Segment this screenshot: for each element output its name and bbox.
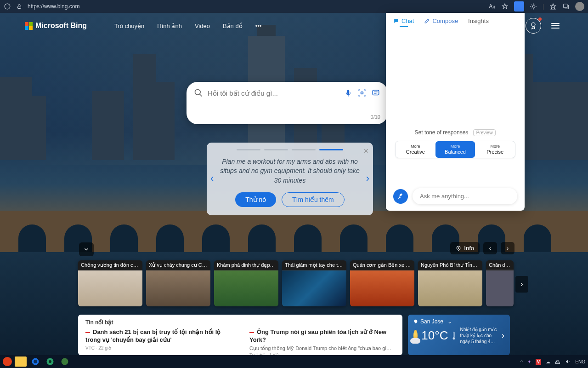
extensions-icon[interactable] — [530, 3, 537, 10]
svg-point-0 — [5, 4, 10, 9]
svg-point-5 — [531, 23, 535, 26]
thermometer-icon — [452, 331, 456, 340]
svg-rect-10 — [373, 90, 379, 95]
weather-next-icon[interactable]: › — [502, 331, 504, 340]
svg-rect-8 — [347, 90, 350, 94]
read-aloud-icon[interactable]: A)) — [488, 3, 496, 10]
search-counter: 0/10 — [194, 114, 380, 120]
nav-more-icon[interactable]: ••• — [255, 23, 262, 29]
chat-icon[interactable] — [371, 88, 380, 98]
carousel-card[interactable]: Xử vụ cháy chung cư Carin… — [146, 260, 210, 306]
learn-more-button[interactable]: Tìm hiểu thêm — [282, 192, 345, 207]
profile-icon[interactable] — [575, 2, 584, 11]
hamburger-menu[interactable] — [548, 18, 563, 34]
prompt-prev-icon[interactable]: ‹ — [210, 172, 214, 184]
svg-rect-21 — [556, 362, 560, 364]
home-icon[interactable] — [4, 3, 11, 10]
image-search-icon[interactable] — [357, 88, 367, 98]
svg-rect-1 — [18, 6, 21, 9]
mic-icon[interactable] — [344, 88, 353, 98]
carousel-card[interactable]: Chân dung — [486, 260, 514, 306]
search-icon — [194, 88, 203, 98]
svg-rect-4 — [564, 4, 567, 8]
svg-point-20 — [62, 358, 68, 365]
weather-icon — [413, 330, 418, 342]
nav-chat[interactable]: Trò chuyện — [114, 23, 144, 29]
info-prev-icon[interactable]: ‹ — [483, 242, 497, 254]
tray-language[interactable]: ENG — [575, 359, 585, 364]
carousel-card[interactable]: Thái giám một tay che trời,… — [282, 260, 346, 306]
tray-chevron-icon[interactable]: ^ — [520, 359, 523, 364]
headlines-block: Tin nổi bật Danh sách 21 bị can bị truy … — [78, 315, 402, 355]
carousel-next-icon[interactable]: › — [515, 276, 528, 293]
prompt-text: Plan me a workout for my arms and abs wi… — [215, 157, 365, 185]
tone-label: Set tone of responses — [415, 129, 469, 136]
prompt-next-icon[interactable]: › — [366, 172, 369, 184]
weather-widget[interactable]: San Jose⌄ 10°C Nhiệt độ gần mức thấp kỷ … — [408, 315, 510, 355]
carousel-card[interactable]: Chồng vương tin đồn cặp '… — [78, 260, 142, 306]
nav-maps[interactable]: Bản đồ — [223, 23, 243, 29]
collections-icon[interactable] — [562, 3, 570, 10]
svg-point-2 — [532, 6, 534, 7]
lock-icon — [16, 3, 23, 10]
brand-text: Microsoft Bing — [35, 22, 87, 30]
favorite-icon[interactable] — [501, 3, 509, 10]
tray-icon[interactable]: ✦ — [527, 359, 531, 364]
tone-balanced[interactable]: MoreBalanced — [435, 141, 475, 158]
url-text[interactable]: https://www.bing.com — [28, 3, 484, 10]
expand-down-icon[interactable] — [79, 242, 94, 256]
new-topic-icon[interactable] — [393, 189, 408, 204]
prompt-suggestion-card: × ‹ › Plan me a workout for my arms and … — [207, 143, 373, 215]
svg-line-7 — [200, 94, 202, 97]
close-icon[interactable]: × — [363, 146, 368, 156]
taskbar-app[interactable] — [59, 356, 71, 367]
tab-chat[interactable]: Chat — [393, 17, 414, 24]
tray-cloud-icon[interactable]: ☁ — [546, 359, 550, 364]
svg-point-13 — [458, 247, 459, 248]
tab-compose[interactable]: Compose — [424, 17, 458, 24]
carousel-card[interactable]: Nguyên Phó Bí thư Tỉnh đo… — [418, 260, 482, 306]
headlines-heading: Tin nổi bật — [85, 319, 395, 326]
browser-address-bar: https://www.bing.com A)) | — [0, 0, 588, 13]
tray-icon[interactable]: V — [536, 359, 542, 365]
tone-precise[interactable]: MorePrecise — [475, 141, 515, 158]
try-it-button[interactable]: Thử nó — [235, 192, 276, 207]
bing-chat-icon[interactable] — [514, 1, 524, 12]
rewards-button[interactable] — [526, 18, 541, 34]
taskbar-app[interactable] — [15, 356, 27, 367]
favorites-bar-icon[interactable] — [549, 3, 557, 10]
carousel-card[interactable]: Quán cơm gần Bến xe Miề… — [350, 260, 414, 306]
bing-logo[interactable]: Microsoft Bing — [25, 22, 87, 30]
search-box: 0/10 — [187, 82, 388, 124]
svg-point-19 — [49, 360, 51, 363]
svg-point-6 — [195, 90, 201, 95]
tray-volume-icon[interactable] — [565, 359, 571, 364]
tone-creative[interactable]: MoreCreative — [396, 141, 435, 158]
prompt-progress — [215, 149, 365, 150]
chat-sidebar: Chat Compose Insights Set tone of respon… — [386, 13, 525, 211]
chat-input[interactable] — [413, 188, 517, 204]
nav-images[interactable]: Hình ảnh — [157, 23, 182, 29]
svg-point-17 — [34, 360, 37, 363]
taskbar-app[interactable] — [44, 356, 56, 367]
windows-taskbar: ^ ✦ V ☁ ENG — [0, 355, 588, 368]
chevron-down-icon[interactable]: ⌄ — [447, 318, 452, 325]
taskbar-app[interactable] — [3, 357, 12, 366]
svg-point-9 — [361, 92, 363, 94]
carousel-card[interactable]: Khám phá dinh thự đẹp nổ… — [214, 260, 278, 306]
nav-video[interactable]: Video — [195, 23, 210, 29]
headline-item[interactable]: Danh sách 21 bị can bị truy tố tội nhận … — [85, 328, 231, 358]
tray-network-icon[interactable] — [555, 359, 560, 364]
search-input[interactable] — [208, 89, 339, 97]
svg-point-15 — [453, 337, 455, 339]
info-button[interactable]: Info — [450, 242, 480, 254]
preview-badge: Preview — [473, 129, 496, 136]
info-next-icon[interactable]: › — [501, 242, 514, 254]
news-carousel: Chồng vương tin đồn cặp '… Xử vụ cháy ch… — [78, 260, 537, 306]
taskbar-app[interactable] — [29, 356, 41, 367]
tab-insights[interactable]: Insights — [468, 17, 489, 24]
headline-item[interactable]: Ông Trump nói gì sau phiên tòa lịch sử ở… — [249, 328, 395, 358]
svg-rect-14 — [453, 332, 455, 338]
